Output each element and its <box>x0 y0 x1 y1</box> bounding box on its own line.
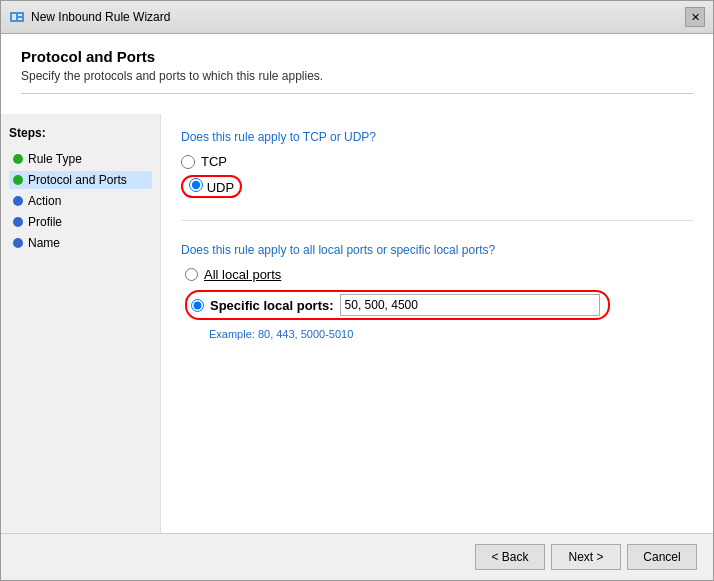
sidebar-item-profile[interactable]: Profile <box>9 213 152 231</box>
footer: < Back Next > Cancel <box>1 533 713 580</box>
tcp-radio-item: TCP <box>181 154 693 169</box>
title-bar: New Inbound Rule Wizard ✕ <box>1 1 713 34</box>
sidebar-item-rule-type[interactable]: Rule Type <box>9 150 152 168</box>
step-dot-rule-type <box>13 154 23 164</box>
ports-question: Does this rule apply to all local ports … <box>181 243 693 257</box>
all-local-ports-item: All local ports <box>185 267 693 282</box>
main-panel: Does this rule apply to TCP or UDP? TCP … <box>161 114 713 533</box>
specific-ports-radio[interactable] <box>191 299 204 312</box>
step-dot-protocol <box>13 175 23 185</box>
protocol-question: Does this rule apply to TCP or UDP? <box>181 130 693 144</box>
tcp-label[interactable]: TCP <box>201 154 227 169</box>
tcp-radio[interactable] <box>181 155 195 169</box>
sidebar-item-action[interactable]: Action <box>9 192 152 210</box>
sidebar-item-protocol-ports[interactable]: Protocol and Ports <box>9 171 152 189</box>
sidebar-item-name[interactable]: Name <box>9 234 152 252</box>
udp-radio-item: UDP <box>181 175 693 198</box>
svg-rect-2 <box>18 14 22 16</box>
step-dot-profile <box>13 217 23 227</box>
protocol-radio-group: TCP UDP <box>181 154 693 204</box>
page-subtitle: Specify the protocols and ports to which… <box>21 69 693 94</box>
all-local-ports-label[interactable]: All local ports <box>204 267 281 282</box>
sidebar-title: Steps: <box>9 126 152 140</box>
step-dot-name <box>13 238 23 248</box>
specific-ports-item: Specific local ports: <box>185 290 693 320</box>
udp-label[interactable]: UDP <box>207 180 234 195</box>
sidebar: Steps: Rule Type Protocol and Ports Acti… <box>1 114 161 533</box>
svg-rect-3 <box>18 18 22 20</box>
next-button[interactable]: Next > <box>551 544 621 570</box>
specific-ports-label[interactable]: Specific local ports: <box>210 298 334 313</box>
specific-ports-highlight: Specific local ports: <box>185 290 610 320</box>
close-button[interactable]: ✕ <box>685 7 705 27</box>
ports-section: Does this rule apply to all local ports … <box>181 243 693 340</box>
ports-example: Example: 80, 443, 5000-5010 <box>209 328 693 340</box>
back-button[interactable]: < Back <box>475 544 545 570</box>
svg-rect-1 <box>12 14 16 20</box>
step-dot-action <box>13 196 23 206</box>
specific-ports-input[interactable] <box>340 294 600 316</box>
ports-radio-group: All local ports Specific local ports: Ex… <box>185 267 693 340</box>
window-icon <box>9 9 25 25</box>
wizard-window: New Inbound Rule Wizard ✕ Protocol and P… <box>0 0 714 581</box>
page-header: Protocol and Ports Specify the protocols… <box>1 34 713 114</box>
content-area: Steps: Rule Type Protocol and Ports Acti… <box>1 114 713 533</box>
udp-radio[interactable] <box>189 178 203 192</box>
page-title: Protocol and Ports <box>21 48 693 65</box>
title-bar-text: New Inbound Rule Wizard <box>31 10 679 24</box>
cancel-button[interactable]: Cancel <box>627 544 697 570</box>
udp-highlight: UDP <box>181 175 242 198</box>
all-local-ports-radio[interactable] <box>185 268 198 281</box>
